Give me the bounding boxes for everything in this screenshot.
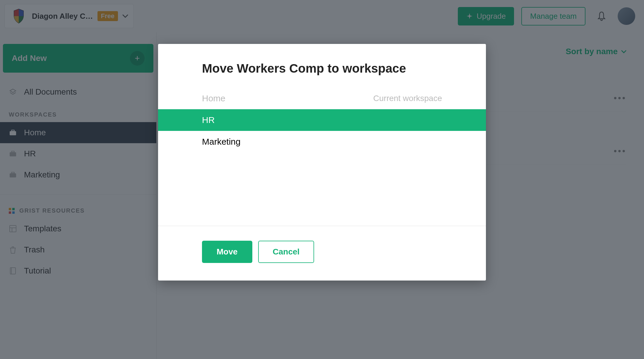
workspace-option-label: Home xyxy=(202,93,225,103)
cancel-button[interactable]: Cancel xyxy=(258,241,314,263)
workspace-option-label: HR xyxy=(202,115,215,125)
modal-title: Move Workers Comp to workspace xyxy=(158,44,486,87)
workspace-option-hr[interactable]: HR xyxy=(158,109,486,131)
workspace-option-home: Home Current workspace xyxy=(158,88,486,109)
modal-buttons: Move Cancel xyxy=(158,226,486,281)
current-workspace-note: Current workspace xyxy=(373,94,442,103)
move-workspace-modal: Move Workers Comp to workspace Home Curr… xyxy=(158,44,486,281)
workspace-list: Home Current workspace HR Marketing xyxy=(158,87,486,153)
workspace-option-marketing[interactable]: Marketing xyxy=(158,131,486,153)
move-button[interactable]: Move xyxy=(202,241,252,263)
modal-overlay[interactable]: Move Workers Comp to workspace Home Curr… xyxy=(0,0,644,359)
workspace-option-label: Marketing xyxy=(202,137,241,147)
